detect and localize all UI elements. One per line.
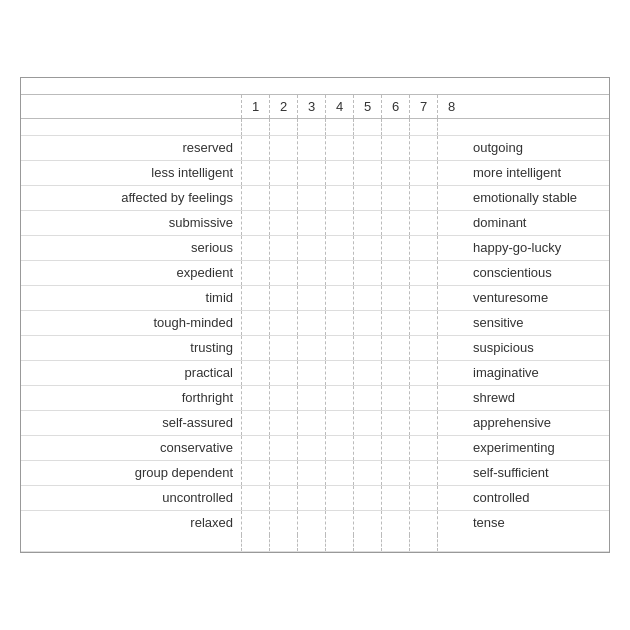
cell-col-2 xyxy=(269,461,297,485)
right-label: happy-go-lucky xyxy=(465,236,609,260)
cell-col-6 xyxy=(381,261,409,285)
left-label: reserved xyxy=(21,136,241,160)
cell-col-7 xyxy=(409,136,437,160)
cell-col-4 xyxy=(325,336,353,360)
cell-col-2 xyxy=(269,136,297,160)
bottom-spacer-left xyxy=(21,535,241,551)
table-row: timidventuresome xyxy=(21,286,609,311)
cell-col-4 xyxy=(325,261,353,285)
cell-col-4 xyxy=(325,161,353,185)
cell-col-2 xyxy=(269,336,297,360)
bottom-sm6 xyxy=(381,535,409,551)
left-label: tough-minded xyxy=(21,311,241,335)
cell-col-4 xyxy=(325,511,353,535)
right-label: experimenting xyxy=(465,436,609,460)
cell-col-6 xyxy=(381,461,409,485)
right-label: self-sufficient xyxy=(465,461,609,485)
spacer-m4 xyxy=(325,119,353,135)
left-label: self-assured xyxy=(21,411,241,435)
personality-table: 1 2 3 4 5 6 7 8 reservedoutgoingless int… xyxy=(20,77,610,553)
cell-col-2 xyxy=(269,411,297,435)
cell-col-3 xyxy=(297,161,325,185)
spacer-m3 xyxy=(297,119,325,135)
cell-col-4 xyxy=(325,436,353,460)
bottom-sm5 xyxy=(353,535,381,551)
bottom-spacer-right xyxy=(465,535,609,551)
right-label: outgoing xyxy=(465,136,609,160)
cell-col-5 xyxy=(353,461,381,485)
left-label: practical xyxy=(21,361,241,385)
table-row: reservedoutgoing xyxy=(21,136,609,161)
cell-col-8 xyxy=(437,236,465,260)
cell-col-4 xyxy=(325,186,353,210)
cell-col-4 xyxy=(325,311,353,335)
bottom-sm3 xyxy=(297,535,325,551)
table-row: submissivedominant xyxy=(21,211,609,236)
cell-col-5 xyxy=(353,361,381,385)
cell-col-3 xyxy=(297,436,325,460)
spacer-left xyxy=(21,119,241,135)
bottom-sm1 xyxy=(241,535,269,551)
cell-col-8 xyxy=(437,386,465,410)
table-row: group dependentself-sufficient xyxy=(21,461,609,486)
cell-col-6 xyxy=(381,386,409,410)
cell-col-1 xyxy=(241,186,269,210)
bottom-sm8 xyxy=(437,535,465,551)
cell-col-5 xyxy=(353,386,381,410)
left-label: group dependent xyxy=(21,461,241,485)
cell-col-3 xyxy=(297,386,325,410)
cell-col-6 xyxy=(381,211,409,235)
cell-col-8 xyxy=(437,211,465,235)
cell-col-1 xyxy=(241,436,269,460)
cell-col-1 xyxy=(241,236,269,260)
col-header-5: 5 xyxy=(353,95,381,118)
cell-col-8 xyxy=(437,186,465,210)
right-label: shrewd xyxy=(465,386,609,410)
right-label: controlled xyxy=(465,486,609,510)
spacer-right xyxy=(465,119,609,135)
cell-col-6 xyxy=(381,361,409,385)
cell-col-2 xyxy=(269,361,297,385)
cell-col-7 xyxy=(409,161,437,185)
right-label: suspicious xyxy=(465,336,609,360)
bottom-spacer-row xyxy=(21,535,609,552)
cell-col-6 xyxy=(381,161,409,185)
header-left-spacer xyxy=(21,95,241,118)
spacer-m5 xyxy=(353,119,381,135)
left-label: serious xyxy=(21,236,241,260)
left-label: affected by feelings xyxy=(21,186,241,210)
cell-col-1 xyxy=(241,511,269,535)
right-label: more intelligent xyxy=(465,161,609,185)
cell-col-7 xyxy=(409,211,437,235)
cell-col-6 xyxy=(381,136,409,160)
header-right-spacer xyxy=(465,95,609,118)
cell-col-3 xyxy=(297,336,325,360)
cell-col-2 xyxy=(269,261,297,285)
cell-col-6 xyxy=(381,286,409,310)
cell-col-8 xyxy=(437,336,465,360)
cell-col-2 xyxy=(269,436,297,460)
cell-col-7 xyxy=(409,461,437,485)
table-row: self-assuredapprehensive xyxy=(21,411,609,436)
col-header-3: 3 xyxy=(297,95,325,118)
cell-col-5 xyxy=(353,136,381,160)
col-header-6: 6 xyxy=(381,95,409,118)
cell-col-2 xyxy=(269,386,297,410)
cell-col-5 xyxy=(353,261,381,285)
cell-col-5 xyxy=(353,186,381,210)
table-row: forthrightshrewd xyxy=(21,386,609,411)
cell-col-4 xyxy=(325,461,353,485)
cell-col-4 xyxy=(325,286,353,310)
cell-col-1 xyxy=(241,361,269,385)
cell-col-1 xyxy=(241,311,269,335)
cell-col-6 xyxy=(381,511,409,535)
right-label: venturesome xyxy=(465,286,609,310)
cell-col-3 xyxy=(297,411,325,435)
cell-col-5 xyxy=(353,311,381,335)
cell-col-7 xyxy=(409,186,437,210)
table-row: relaxedtense xyxy=(21,511,609,535)
cell-col-2 xyxy=(269,286,297,310)
cell-col-1 xyxy=(241,161,269,185)
cell-col-7 xyxy=(409,486,437,510)
cell-col-7 xyxy=(409,236,437,260)
